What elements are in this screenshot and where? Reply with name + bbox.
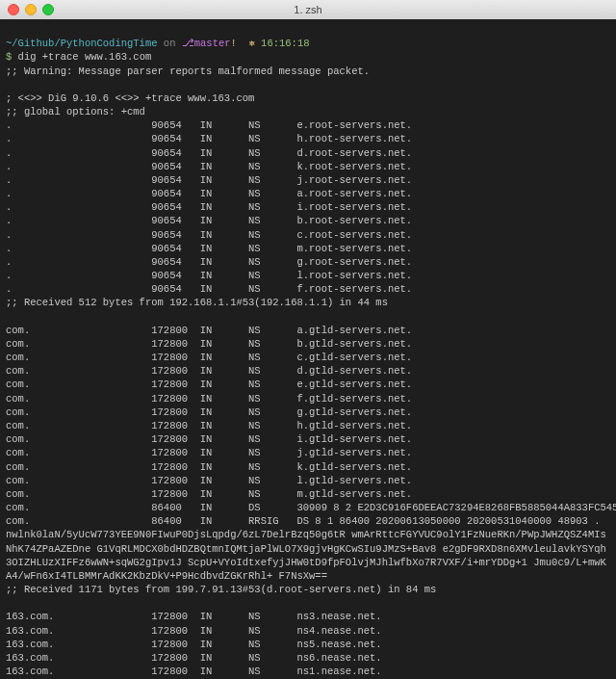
prompt-on: on: [158, 38, 182, 49]
prompt-dollar: $: [6, 51, 18, 63]
command-text: dig +trace www.163.com: [18, 51, 152, 63]
dns-record: 163.com. 172800 IN NS ns1.nease.net.: [6, 666, 382, 677]
dns-record: com. 172800 IN NS j.gtld-servers.net.: [6, 447, 412, 458]
window-title: 1. zsh: [0, 3, 616, 17]
dns-record: com. 172800 IN NS l.gtld-servers.net.: [6, 475, 412, 486]
dns-record: . 90654 IN NS g.root-servers.net.: [6, 256, 412, 268]
dns-record: . 90654 IN NS k.root-servers.net.: [6, 161, 412, 172]
dns-record: 163.com. 172800 IN NS ns6.nease.net.: [6, 652, 382, 664]
dns-record: . 90654 IN NS b.root-servers.net.: [6, 215, 412, 226]
dns-record: com. 172800 IN NS a.gtld-servers.net.: [6, 325, 412, 336]
dns-record: com. 172800 IN NS h.gtld-servers.net.: [6, 420, 412, 431]
prompt-time: 16:16:18: [261, 38, 309, 49]
dns-record: com. 86400 IN DS 30909 8 2 E2D3C916F6DEE…: [6, 502, 616, 513]
branch-icon: ⎇: [182, 38, 194, 49]
prompt-bang: ! ⎈: [231, 38, 255, 49]
dig-header-2: ;; global options: +cmd: [6, 106, 145, 118]
window-titlebar: 1. zsh: [0, 0, 616, 19]
dns-record: com. 172800 IN NS b.gtld-servers.net.: [6, 338, 412, 350]
dns-record: 163.com. 172800 IN NS ns5.nease.net.: [6, 639, 382, 650]
dns-record: 163.com. 172800 IN NS ns3.nease.net.: [6, 611, 382, 622]
dns-record: com. 172800 IN NS c.gtld-servers.net.: [6, 352, 412, 363]
dns-record: com. 172800 IN NS e.gtld-servers.net.: [6, 379, 412, 390]
warning-line: ;; Warning: Message parser reports malfo…: [6, 65, 370, 77]
dig-header-1: ; <<>> DiG 9.10.6 <<>> +trace www.163.co…: [6, 92, 254, 104]
received-line: ;; Received 1171 bytes from 199.7.91.13#…: [6, 584, 436, 595]
dns-record: . 90654 IN NS a.root-servers.net.: [6, 188, 412, 199]
dns-record: . 90654 IN NS f.root-servers.net.: [6, 283, 412, 295]
dns-record: . 90654 IN NS l.root-servers.net.: [6, 270, 412, 281]
dns-record: . 90654 IN NS j.root-servers.net.: [6, 174, 412, 186]
prompt-path: ~/Github/PythonCodingTime: [6, 38, 158, 49]
dns-record: . 90654 IN NS i.root-servers.net.: [6, 201, 412, 213]
dns-record: . 90654 IN NS m.root-servers.net.: [6, 243, 412, 254]
dns-record: . 90654 IN NS d.root-servers.net.: [6, 147, 412, 159]
dns-record: com. 172800 IN NS m.gtld-servers.net.: [6, 488, 412, 500]
dns-record: com. 172800 IN NS k.gtld-servers.net.: [6, 461, 412, 473]
prompt-branch: master: [194, 38, 231, 49]
dns-record: com. 172800 IN NS g.gtld-servers.net.: [6, 406, 412, 418]
dns-record: com. 172800 IN NS f.gtld-servers.net.: [6, 393, 412, 405]
dns-record: com. 172800 IN NS d.gtld-servers.net.: [6, 365, 412, 377]
dns-record: 163.com. 172800 IN NS ns4.nease.net.: [6, 625, 382, 637]
dns-record: . 90654 IN NS h.root-servers.net.: [6, 133, 412, 144]
dns-record: com. 172800 IN NS i.gtld-servers.net.: [6, 433, 412, 445]
terminal-output[interactable]: ~/Github/PythonCodingTime on ⎇master! ⎈ …: [0, 19, 616, 679]
dns-record: . 90654 IN NS c.root-servers.net.: [6, 229, 412, 241]
rrsig-block: com. 86400 IN RRSIG DS 8 1 86400 2020061…: [6, 515, 606, 582]
dns-record: . 90654 IN NS e.root-servers.net.: [6, 119, 412, 131]
received-line: ;; Received 512 bytes from 192.168.1.1#5…: [6, 297, 388, 308]
